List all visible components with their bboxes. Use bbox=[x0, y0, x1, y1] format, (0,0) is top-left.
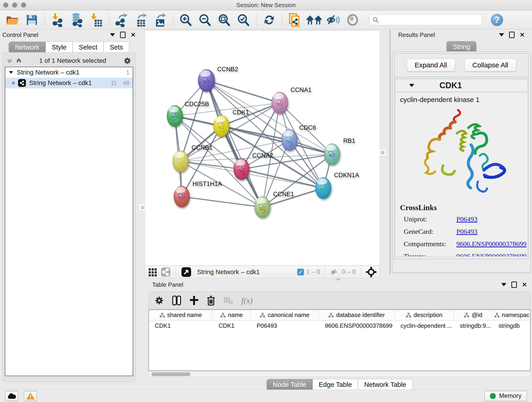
collapse-all-button[interactable]: Collapse All bbox=[464, 59, 516, 71]
hide-selected-button[interactable] bbox=[325, 12, 342, 27]
tab-string[interactable]: String bbox=[447, 41, 476, 52]
table-cell[interactable]: cyclin-dependent ... bbox=[394, 320, 454, 331]
tab-sets[interactable]: Sets bbox=[104, 42, 129, 53]
network-edge-CCNA2-CDKN1A[interactable] bbox=[241, 169, 323, 188]
float-panel-icon[interactable] bbox=[120, 32, 126, 38]
tab-network-table[interactable]: Network Table bbox=[358, 379, 412, 390]
cloud-icon bbox=[7, 393, 16, 399]
table-cell[interactable]: stringdb bbox=[493, 320, 531, 331]
minimize-window-button[interactable] bbox=[12, 2, 17, 7]
network-edge-CCNB1-CCNA2[interactable] bbox=[181, 161, 241, 169]
export-view-icon[interactable] bbox=[181, 267, 191, 277]
import-network-from-database-button[interactable] bbox=[68, 12, 85, 27]
help-button[interactable]: ? bbox=[491, 14, 503, 26]
export-table-button[interactable] bbox=[133, 12, 149, 27]
cloud-status-button[interactable] bbox=[5, 391, 18, 401]
create-column-icon[interactable] bbox=[190, 295, 199, 306]
close-panel-icon[interactable]: ✕ bbox=[522, 281, 527, 288]
float-panel-icon[interactable] bbox=[509, 32, 515, 38]
clone-network-button[interactable] bbox=[286, 12, 303, 27]
close-panel-icon[interactable]: ✕ bbox=[520, 32, 525, 38]
selected-checkbox-icon[interactable]: ✓ bbox=[297, 269, 304, 275]
close-panel-icon[interactable]: ✕ bbox=[131, 32, 136, 38]
pan-crosshair-icon[interactable] bbox=[366, 267, 376, 277]
memory-button[interactable]: Memory bbox=[484, 391, 527, 401]
tab-network[interactable]: Network bbox=[9, 42, 45, 53]
network-edge-HIST1H1A-CCNE1[interactable] bbox=[182, 197, 262, 207]
column-header-4[interactable]: database identifier bbox=[319, 310, 394, 320]
birds-eye-view-icon[interactable] bbox=[148, 268, 157, 277]
panel-menu-icon[interactable] bbox=[501, 283, 506, 286]
zoom-out-button[interactable] bbox=[196, 12, 214, 27]
column-header-7[interactable]: namespac bbox=[493, 310, 531, 320]
save-session-button[interactable] bbox=[23, 12, 40, 27]
table-cell[interactable]: stringdb:9... bbox=[454, 320, 493, 331]
tissues-link[interactable]: 9606.ENSP00000378699 bbox=[456, 252, 526, 256]
scrollbar-thumb[interactable] bbox=[152, 372, 190, 376]
tab-select[interactable]: Select bbox=[73, 42, 104, 53]
network-node-CDKN1A[interactable]: CDKN1A bbox=[316, 172, 359, 199]
close-window-button[interactable] bbox=[3, 2, 8, 7]
column-header-2[interactable]: name bbox=[213, 310, 251, 320]
tab-style[interactable]: Style bbox=[46, 42, 73, 53]
results-splitter[interactable] bbox=[389, 30, 391, 274]
gene-section-header[interactable]: CDK1 bbox=[395, 79, 528, 92]
apply-layout-button[interactable] bbox=[261, 12, 278, 27]
import-network-from-file-button[interactable] bbox=[49, 12, 66, 27]
gene-collapse-icon[interactable] bbox=[409, 84, 414, 87]
network-node-RB1[interactable]: RB1 bbox=[324, 137, 355, 165]
table-cell[interactable]: CDK1 bbox=[213, 320, 251, 331]
zoom-in-button[interactable] bbox=[177, 12, 194, 27]
network-collection-row[interactable]: String Network – cdk1 1 bbox=[5, 67, 133, 78]
network-edge-CCNB2-CCNE1[interactable] bbox=[206, 80, 262, 207]
table-cell[interactable]: P06493 bbox=[251, 320, 319, 331]
network-node-CCNE1[interactable]: CCNE1 bbox=[254, 191, 294, 218]
search-input[interactable] bbox=[381, 16, 479, 23]
import-table-from-file-button[interactable] bbox=[88, 12, 104, 27]
collection-expand-icon[interactable] bbox=[9, 71, 13, 74]
column-header-5[interactable]: description bbox=[394, 310, 454, 320]
warning-status-button[interactable] bbox=[24, 391, 37, 401]
column-header-3[interactable]: canonical name bbox=[251, 310, 319, 320]
tab-node-table[interactable]: Node Table bbox=[267, 379, 312, 390]
delete-column-icon[interactable] bbox=[207, 295, 215, 306]
selected-counter: ✓ 1 – 0 bbox=[297, 268, 320, 275]
window-controls[interactable] bbox=[3, 2, 26, 7]
column-header-label: shared name bbox=[167, 312, 202, 319]
right-splitter-handle[interactable] bbox=[379, 149, 386, 156]
collapse-all-icon[interactable] bbox=[7, 58, 13, 64]
float-panel-icon[interactable] bbox=[511, 281, 517, 288]
network-options-gear-icon[interactable] bbox=[123, 57, 131, 65]
panel-menu-icon[interactable] bbox=[499, 33, 504, 36]
network-overview-icon[interactable] bbox=[161, 267, 171, 277]
table-row[interactable]: CDK1CDK1P064939606.ENSP00000378699cyclin… bbox=[149, 320, 530, 331]
table-cell[interactable]: 9606.ENSP00000378699 bbox=[319, 320, 394, 331]
table-cell[interactable]: CDK1 bbox=[149, 320, 213, 331]
show-columns-icon[interactable] bbox=[172, 295, 181, 306]
table-options-gear-icon[interactable] bbox=[155, 296, 164, 305]
uniprot-link[interactable]: P06493 bbox=[456, 215, 526, 223]
results-scroll-area[interactable]: CDK1 cyclin-dependent kinase 1 bbox=[394, 78, 529, 259]
zoom-fit-button[interactable] bbox=[216, 12, 233, 27]
network-canvas[interactable]: CCNB2CCNA1CDC25BCDK1CDC6RB1CCNB1CCNA2CDK… bbox=[145, 31, 380, 266]
expand-all-button[interactable]: Expand All bbox=[407, 59, 455, 71]
zoom-selected-button[interactable] bbox=[235, 12, 252, 27]
table-horizontal-scrollbar[interactable] bbox=[148, 372, 531, 377]
tab-edge-table[interactable]: Edge Table bbox=[312, 379, 358, 390]
compartments-link[interactable]: 9606.ENSP00000378699 bbox=[456, 240, 526, 248]
column-header-6[interactable]: @id bbox=[454, 310, 493, 320]
expand-all-icon[interactable] bbox=[16, 58, 22, 64]
node-table[interactable]: shared namenamecanonical namedatabase id… bbox=[148, 309, 531, 371]
open-session-button[interactable] bbox=[4, 12, 21, 27]
show-all-button[interactable] bbox=[344, 12, 361, 27]
column-header-1[interactable]: shared name bbox=[149, 310, 213, 320]
graphics-details-button[interactable] bbox=[306, 12, 323, 27]
network-edge-CCNB2-CCNA1[interactable] bbox=[206, 80, 280, 103]
network-node-CCNA1[interactable]: CCNA1 bbox=[272, 86, 312, 114]
panel-menu-icon[interactable] bbox=[110, 33, 115, 36]
zoom-window-button[interactable] bbox=[21, 2, 26, 7]
genecard-link[interactable]: P06493 bbox=[456, 228, 526, 235]
export-network-button[interactable] bbox=[113, 12, 130, 27]
network-row[interactable]: String Network – cdk1 1148 bbox=[5, 78, 133, 88]
export-image-button[interactable] bbox=[152, 12, 169, 27]
